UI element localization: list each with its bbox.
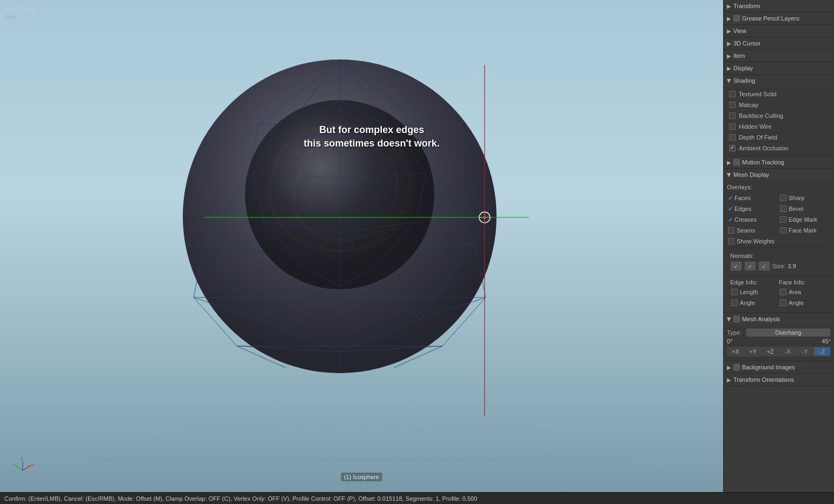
area-label: Area <box>789 289 801 295</box>
faces-label: Faces <box>734 195 751 201</box>
item-label: Item <box>733 52 745 59</box>
type-row: Type: Overhang <box>727 328 831 337</box>
section-shading: ▶ Shading Textured Solid Matcap <box>724 75 834 156</box>
type-label: Type: <box>727 329 742 336</box>
mesh-display-header[interactable]: ▶ Mesh Display <box>724 169 834 181</box>
sharp-checkbox[interactable] <box>780 195 786 201</box>
shading-row-matcap: Matcap <box>724 100 834 110</box>
shading-header[interactable]: ▶ Shading <box>724 75 834 87</box>
view-arrow: ▶ <box>727 28 731 34</box>
view-header[interactable]: ▶ View <box>724 25 834 37</box>
bevel-checkbox[interactable] <box>780 205 786 212</box>
length-checkbox[interactable] <box>731 289 738 295</box>
normals-controls: ↙ ↙ ↙ Size: 3.9 <box>730 261 828 271</box>
edge-angle: Angle <box>730 297 779 308</box>
svg-line-105 <box>15 465 23 470</box>
viewport-perspective-label: User Persp <box>5 5 35 12</box>
display-header[interactable]: ▶ Display <box>724 62 834 74</box>
transform-orientations-header[interactable]: ▶ Transform Orientations <box>724 374 834 386</box>
show-weights-label: Show Weights <box>737 238 775 244</box>
axis-minus-y-btn[interactable]: -Y <box>796 347 813 356</box>
face-mark-checkbox[interactable] <box>780 227 786 234</box>
motion-tracking-header[interactable]: ▶ Motion Tracking <box>724 156 834 168</box>
overlay-edges: ✓ Edges <box>727 203 779 214</box>
section-motion-tracking: ▶ Motion Tracking <box>724 156 834 169</box>
depth-of-field-checkbox[interactable] <box>729 134 736 141</box>
edges-check: ✓ <box>728 205 733 213</box>
separator-2 <box>727 275 831 276</box>
loop-normals-btn[interactable]: ↙ <box>744 261 756 271</box>
show-weights-checkbox[interactable] <box>728 238 734 244</box>
axis-minus-z-btn[interactable]: -Z <box>813 347 831 356</box>
hidden-wire-label: Hidden Wire <box>739 123 772 130</box>
overlay-sharp: Sharp <box>779 193 831 203</box>
transform-orientations-label: Transform Orientations <box>733 376 794 383</box>
viewport-3d[interactable]: User Persp Feet <box>0 0 723 492</box>
axes-indicator: X Y Z <box>11 454 32 476</box>
info-section: Edge Info: Face Info: Length <box>727 277 831 310</box>
svg-line-103 <box>23 465 31 470</box>
overlay-faces: ✓ Faces <box>727 193 779 203</box>
area-checkbox[interactable] <box>780 289 786 295</box>
status-bar: Confirm: (Enter/LMB), Cancel: (Esc/RMB),… <box>0 492 834 504</box>
edge-angle-checkbox[interactable] <box>731 300 738 306</box>
edges-label: Edges <box>734 205 751 212</box>
shading-content: Textured Solid Matcap Backface Culling <box>724 87 834 156</box>
axis-plus-z-btn[interactable]: +Z <box>762 347 779 356</box>
backface-culling-checkbox[interactable] <box>729 112 736 119</box>
section-display: ▶ Display <box>724 62 834 75</box>
size-label: Size: <box>772 263 785 269</box>
seams-checkbox[interactable] <box>728 227 734 234</box>
3d-cursor-arrow: ▶ <box>727 41 731 47</box>
matcap-checkbox[interactable] <box>729 102 736 108</box>
svg-text:X: X <box>32 462 35 467</box>
depth-of-field-label: Depth Of Field <box>739 134 777 141</box>
face-angle-checkbox[interactable] <box>780 300 786 306</box>
section-grease-pencil: ▶ Grease Pencil Layers: <box>724 12 834 25</box>
grease-pencil-header[interactable]: ▶ Grease Pencil Layers: <box>724 12 834 24</box>
ambient-occlusion-label: Ambient Occlusion <box>739 145 789 151</box>
textured-solid-checkbox[interactable] <box>729 91 736 97</box>
viewport-grid <box>0 425 723 492</box>
mesh-display-label: Mesh Display <box>733 171 769 178</box>
object-info: (1) Icosphere <box>341 473 382 481</box>
section-3d-cursor: ▶ 3D Cursor <box>724 37 834 50</box>
shading-row-textured: Textured Solid <box>724 89 834 100</box>
face-normals-btn[interactable]: ↙ <box>758 261 770 271</box>
background-images-arrow: ▶ <box>727 364 731 370</box>
section-item: ▶ Item <box>724 50 834 62</box>
edge-mark-checkbox[interactable] <box>780 216 786 223</box>
display-label: Display <box>733 65 753 71</box>
axis-plus-x-btn[interactable]: +X <box>727 347 744 356</box>
transform-header[interactable]: ▶ Transform <box>724 0 834 12</box>
face-info-label: Face Info: <box>779 279 828 286</box>
hidden-wire-checkbox[interactable] <box>729 123 736 130</box>
axis-minus-x-btn[interactable]: -X <box>779 347 796 356</box>
shading-arrow: ▶ <box>726 78 732 83</box>
svg-text:Y: Y <box>12 462 15 467</box>
section-mesh-display: ▶ Mesh Display Overlays: ✓ Faces <box>724 169 834 313</box>
shading-row-depth-of-field: Depth Of Field <box>724 132 834 143</box>
background-images-header[interactable]: ▶ Background Images <box>724 361 834 373</box>
sharp-label: Sharp <box>789 195 804 201</box>
seams-label: Seams <box>737 227 755 234</box>
mesh-analysis-color <box>733 316 740 322</box>
range-min: 0° <box>727 338 733 344</box>
overlays-label: Overlays: <box>727 183 831 193</box>
section-mesh-analysis: ▶ Mesh Analysis Type: Overhang 0° 45° +X… <box>724 313 834 361</box>
axis-plus-y-btn[interactable]: +Y <box>744 347 762 356</box>
vertex-normals-btn[interactable]: ↙ <box>730 261 742 271</box>
section-background-images: ▶ Background Images <box>724 361 834 374</box>
item-header[interactable]: ▶ Item <box>724 50 834 62</box>
ambient-occlusion-checkbox[interactable] <box>729 145 736 151</box>
overlay-seams: Seams <box>727 225 779 236</box>
3d-cursor-header[interactable]: ▶ 3D Cursor <box>724 37 834 49</box>
shading-label: Shading <box>733 77 755 84</box>
3d-cursor-label: 3D Cursor <box>733 40 760 47</box>
backface-culling-label: Backface Culling <box>739 112 783 119</box>
creases-check: ✓ <box>728 216 733 223</box>
face-area: Area <box>779 287 828 297</box>
main-area: User Persp Feet <box>0 0 834 492</box>
mesh-analysis-header[interactable]: ▶ Mesh Analysis <box>724 313 834 325</box>
length-label: Length <box>740 289 758 295</box>
